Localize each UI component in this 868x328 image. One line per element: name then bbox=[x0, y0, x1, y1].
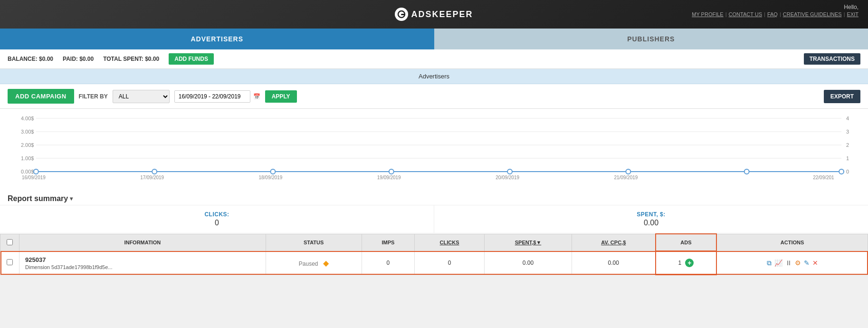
col-spent: SPENT,$▼ bbox=[485, 234, 572, 251]
campaigns-table: INFORMATION STATUS IMPS CLICKS SPENT,$▼ … bbox=[0, 233, 868, 275]
section-title: Advertisers bbox=[0, 69, 868, 84]
row-imps-cell: 0 bbox=[362, 251, 414, 275]
filter-by-label: FILTER BY bbox=[79, 93, 108, 100]
svg-text:0.00$: 0.00$ bbox=[21, 169, 34, 174]
col-checkbox bbox=[0, 234, 19, 251]
balance-label: BALANCE: $0.00 bbox=[8, 56, 53, 62]
settings-icon[interactable]: ⚙ bbox=[795, 259, 801, 267]
col-avcpc: AV. CPC,$ bbox=[572, 234, 655, 251]
svg-text:21/09/2019: 21/09/2019 bbox=[614, 175, 638, 180]
my-profile-link[interactable]: MY PROFILE bbox=[692, 11, 723, 17]
svg-text:4.00$: 4.00$ bbox=[21, 116, 34, 121]
creative-guidelines-link[interactable]: CREATIVE GUIDELINES bbox=[783, 11, 842, 17]
col-information: INFORMATION bbox=[19, 234, 266, 251]
svg-text:3.00$: 3.00$ bbox=[21, 129, 34, 135]
svg-text:2: 2 bbox=[846, 142, 849, 148]
campaign-id: 925037 bbox=[25, 256, 262, 263]
header: ADSKEEPER Hello, MY PROFILE | CONTACT US… bbox=[0, 0, 868, 29]
svg-text:0: 0 bbox=[846, 169, 849, 174]
edit-icon[interactable]: ✎ bbox=[804, 259, 810, 267]
action-icons: ⧉ 📈 ⏸ ⚙ ✎ ✕ bbox=[721, 259, 864, 267]
logo: ADSKEEPER bbox=[395, 8, 473, 21]
paid-label: PAID: $0.00 bbox=[63, 56, 94, 62]
svg-point-17 bbox=[34, 169, 38, 174]
tab-advertisers[interactable]: ADVERTISERS bbox=[0, 29, 434, 49]
apply-button[interactable]: APPLY bbox=[265, 90, 297, 103]
report-summary-title: Report summary bbox=[8, 194, 68, 203]
chart-icon[interactable]: 📈 bbox=[774, 259, 782, 267]
row-clicks-cell: 0 bbox=[415, 251, 485, 275]
logo-icon bbox=[395, 8, 408, 21]
row-ads-cell: 1 + bbox=[656, 251, 717, 275]
row-checkbox[interactable] bbox=[7, 259, 13, 265]
clicks-value: 0 bbox=[10, 219, 424, 227]
svg-text:4: 4 bbox=[846, 116, 849, 121]
svg-text:17/09/2019: 17/09/2019 bbox=[140, 175, 164, 180]
header-links: MY PROFILE | CONTACT US | FAQ | CREATIVE… bbox=[692, 11, 858, 17]
svg-point-20 bbox=[389, 169, 394, 174]
contact-us-link[interactable]: CONTACT US bbox=[729, 11, 763, 17]
metric-clicks: CLICKS: 0 bbox=[0, 205, 434, 233]
svg-text:16/09/2019: 16/09/2019 bbox=[22, 175, 46, 180]
tab-publishers[interactable]: PUBLISHERS bbox=[434, 29, 868, 49]
col-actions: ACTIONS bbox=[716, 234, 868, 251]
row-actions-cell: ⧉ 📈 ⏸ ⚙ ✎ ✕ bbox=[716, 251, 868, 275]
row-spent-cell: 0.00 bbox=[485, 251, 572, 275]
svg-point-24 bbox=[839, 169, 844, 174]
svg-text:2.00$: 2.00$ bbox=[21, 142, 34, 148]
add-campaign-button[interactable]: ADD CAMPAIGN bbox=[8, 89, 74, 104]
faq-link[interactable]: FAQ bbox=[767, 11, 778, 17]
svg-text:22/09/201: 22/09/201 bbox=[813, 175, 834, 180]
status-diamond-icon: ◆ bbox=[323, 259, 329, 268]
svg-point-18 bbox=[152, 169, 157, 174]
add-funds-button[interactable]: ADD FUNDS bbox=[169, 53, 214, 65]
report-summary-header[interactable]: Report summary ▾ bbox=[0, 190, 868, 205]
svg-text:1.00$: 1.00$ bbox=[21, 155, 34, 161]
total-spent-label: TOTAL SPENT: $0.00 bbox=[103, 56, 159, 62]
metric-spent: SPENT, $: 0.00 bbox=[434, 205, 868, 233]
svg-rect-1 bbox=[401, 14, 405, 15]
add-ad-button[interactable]: + bbox=[685, 259, 694, 267]
row-checkbox-cell bbox=[0, 251, 19, 275]
pause-icon[interactable]: ⏸ bbox=[785, 259, 792, 267]
svg-text:18/09/2019: 18/09/2019 bbox=[259, 175, 283, 180]
export-button[interactable]: EXPORT bbox=[824, 90, 860, 103]
copy-icon[interactable]: ⧉ bbox=[767, 259, 772, 267]
col-clicks: CLICKS bbox=[415, 234, 485, 251]
status-text: Paused bbox=[299, 260, 318, 267]
col-status: STATUS bbox=[266, 234, 362, 251]
svg-point-22 bbox=[626, 169, 630, 174]
logo-text: ADSKEEPER bbox=[411, 10, 473, 19]
table-row: 925037 Dimension 5d371ade17998b1f9d5e...… bbox=[0, 251, 868, 275]
row-avcpc-cell: 0.00 bbox=[572, 251, 655, 275]
svg-point-23 bbox=[744, 169, 749, 174]
report-summary-arrow: ▾ bbox=[70, 195, 73, 202]
delete-icon[interactable]: ✕ bbox=[812, 259, 818, 267]
calendar-icon[interactable]: 📅 bbox=[253, 93, 260, 100]
row-status-cell: Paused ◆ bbox=[266, 251, 362, 275]
chart-container: 4.00$ 3.00$ 2.00$ 1.00$ 0.00$ 4 3 2 1 0 … bbox=[0, 109, 868, 190]
toolbar: ADD CAMPAIGN FILTER BY ALL 📅 APPLY EXPOR… bbox=[0, 84, 868, 109]
col-imps: IMPS bbox=[362, 234, 414, 251]
campaign-desc: Dimension 5d371ade17998b1f9d5e... bbox=[25, 264, 262, 270]
header-right: Hello, MY PROFILE | CONTACT US | FAQ | C… bbox=[692, 4, 858, 17]
ads-count: 1 bbox=[678, 260, 682, 266]
date-range-input[interactable] bbox=[174, 90, 250, 103]
nav-tabs: ADVERTISERS PUBLISHERS bbox=[0, 29, 868, 49]
hello-text: Hello, bbox=[692, 4, 858, 10]
svg-point-19 bbox=[270, 169, 275, 174]
chart-svg: 4.00$ 3.00$ 2.00$ 1.00$ 0.00$ 4 3 2 1 0 … bbox=[8, 114, 860, 180]
metrics-bar: CLICKS: 0 SPENT, $: 0.00 bbox=[0, 205, 868, 233]
exit-link[interactable]: EXIT bbox=[847, 11, 858, 17]
svg-text:1: 1 bbox=[846, 155, 849, 161]
spent-value: 0.00 bbox=[444, 219, 858, 227]
balance-bar: BALANCE: $0.00 PAID: $0.00 TOTAL SPENT: … bbox=[0, 49, 868, 69]
col-ads: ADS bbox=[656, 234, 717, 251]
transactions-button[interactable]: TRANSACTIONS bbox=[804, 53, 860, 65]
svg-point-21 bbox=[507, 169, 512, 174]
filter-select[interactable]: ALL bbox=[113, 90, 170, 103]
select-all-checkbox[interactable] bbox=[7, 239, 13, 245]
svg-text:20/09/2019: 20/09/2019 bbox=[496, 175, 519, 180]
spent-label: SPENT, $: bbox=[444, 211, 858, 218]
row-info-cell: 925037 Dimension 5d371ade17998b1f9d5e... bbox=[19, 251, 266, 275]
